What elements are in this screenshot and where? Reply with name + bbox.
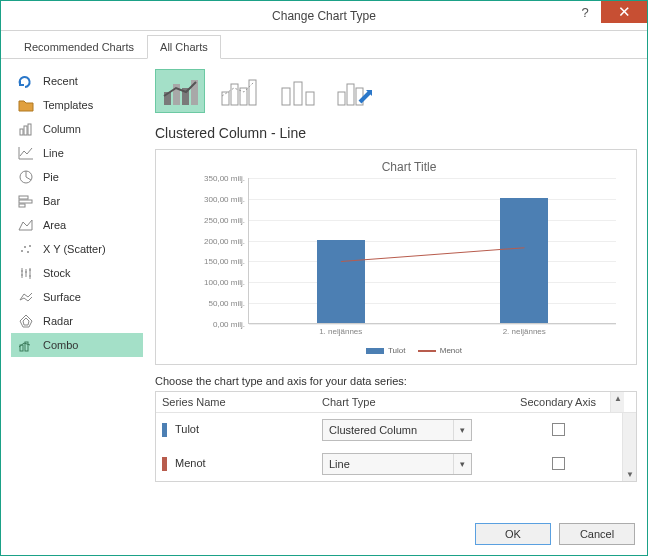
series-section-header: Choose the chart type and axis for your … <box>155 375 637 387</box>
chart-preview: Chart Title 0,00 milj.50,00 milj.100,00 … <box>155 149 637 365</box>
sidebar-item-radar[interactable]: Radar <box>11 309 143 333</box>
sidebar-item-label: Area <box>43 219 66 231</box>
series-swatch <box>162 423 167 437</box>
scatter-icon <box>17 241 35 257</box>
sidebar-item-pie[interactable]: Pie <box>11 165 143 189</box>
help-button[interactable]: ? <box>569 1 601 23</box>
secondary-axis-checkbox[interactable] <box>552 457 565 470</box>
sidebar-item-label: Line <box>43 147 64 159</box>
sidebar-item-label: Templates <box>43 99 93 111</box>
area-icon <box>17 217 35 233</box>
change-chart-type-dialog: Change Chart Type ? ✕ Recommended Charts… <box>0 0 648 556</box>
sidebar-item-label: Combo <box>43 339 78 351</box>
line-icon <box>17 145 35 161</box>
chart-title: Chart Title <box>192 160 626 174</box>
chart-type-select[interactable]: Clustered Column▾ <box>322 419 472 441</box>
series-row: Menot Line▾ <box>156 447 622 481</box>
surface-icon <box>17 289 35 305</box>
sidebar-item-recent[interactable]: Recent <box>11 69 143 93</box>
sidebar-item-label: Stock <box>43 267 71 279</box>
chart-legend: Tulot Menot <box>192 346 626 355</box>
svg-point-8 <box>24 246 26 248</box>
svg-rect-4 <box>19 196 28 199</box>
sidebar-item-label: Surface <box>43 291 81 303</box>
sidebar-item-label: Column <box>43 123 81 135</box>
subtype-clustered-column-line[interactable] <box>155 69 205 113</box>
close-button[interactable]: ✕ <box>601 1 647 23</box>
svg-rect-0 <box>20 129 23 135</box>
svg-rect-1 <box>24 126 27 135</box>
sidebar-item-line[interactable]: Line <box>11 141 143 165</box>
recent-icon <box>17 73 35 89</box>
secondary-axis-checkbox[interactable] <box>552 423 565 436</box>
svg-rect-6 <box>19 204 25 207</box>
window-title: Change Chart Type <box>1 9 647 23</box>
subtype-stacked-area-column[interactable] <box>271 69 321 113</box>
radar-icon <box>17 313 35 329</box>
sidebar-item-area[interactable]: Area <box>11 213 143 237</box>
sidebar-item-combo[interactable]: Combo <box>11 333 143 357</box>
svg-point-9 <box>27 251 29 253</box>
col-header-chart-type: Chart Type <box>316 392 506 412</box>
sidebar-item-scatter[interactable]: X Y (Scatter) <box>11 237 143 261</box>
chevron-down-icon: ▾ <box>453 454 465 474</box>
bar-icon <box>17 193 35 209</box>
subtype-clustered-column-line-secondary[interactable] <box>213 69 263 113</box>
scroll-up-icon[interactable]: ▲ <box>614 394 622 403</box>
chart-plot-area: 0,00 milj.50,00 milj.100,00 milj.150,00 … <box>248 178 616 324</box>
templates-icon <box>17 97 35 113</box>
sidebar-item-label: Pie <box>43 171 59 183</box>
svg-point-7 <box>21 250 23 252</box>
sidebar-item-label: Bar <box>43 195 60 207</box>
sidebar-item-stock[interactable]: Stock <box>11 261 143 285</box>
tab-strip: Recommended Charts All Charts <box>1 31 647 59</box>
combo-subtype-row <box>155 69 637 113</box>
chart-type-select[interactable]: Line▾ <box>322 453 472 475</box>
chevron-down-icon: ▾ <box>453 420 465 440</box>
sidebar-item-label: Radar <box>43 315 73 327</box>
sidebar-item-templates[interactable]: Templates <box>11 93 143 117</box>
cancel-button[interactable]: Cancel <box>559 523 635 545</box>
stock-icon <box>17 265 35 281</box>
column-icon <box>17 121 35 137</box>
subtype-title: Clustered Column - Line <box>155 125 637 141</box>
col-header-secondary-axis: Secondary Axis <box>506 392 610 412</box>
chart-category-list: Recent Templates Column Line Pie Bar <box>11 69 143 509</box>
sidebar-item-column[interactable]: Column <box>11 117 143 141</box>
tab-all-charts[interactable]: All Charts <box>147 35 221 59</box>
tab-recommended-charts[interactable]: Recommended Charts <box>11 35 147 59</box>
svg-rect-22 <box>294 82 302 105</box>
combo-icon <box>17 337 35 353</box>
sidebar-item-bar[interactable]: Bar <box>11 189 143 213</box>
legend-swatch-menot <box>418 350 436 352</box>
scroll-down-icon[interactable]: ▼ <box>626 470 634 479</box>
svg-rect-2 <box>28 124 31 135</box>
svg-rect-24 <box>338 92 345 105</box>
sidebar-item-label: Recent <box>43 75 78 87</box>
svg-rect-18 <box>231 84 238 105</box>
svg-rect-21 <box>282 88 290 105</box>
svg-rect-25 <box>347 84 354 105</box>
sidebar-item-label: X Y (Scatter) <box>43 243 106 255</box>
subtype-custom-combo[interactable] <box>329 69 379 113</box>
series-swatch <box>162 457 167 471</box>
pie-icon <box>17 169 35 185</box>
legend-swatch-tulot <box>366 348 384 354</box>
ok-button[interactable]: OK <box>475 523 551 545</box>
sidebar-item-surface[interactable]: Surface <box>11 285 143 309</box>
svg-rect-23 <box>306 92 314 105</box>
titlebar: Change Chart Type ? ✕ <box>1 1 647 31</box>
svg-rect-5 <box>19 200 32 203</box>
col-header-series-name: Series Name <box>156 392 316 412</box>
series-row: Tulot Clustered Column▾ <box>156 413 622 447</box>
svg-point-10 <box>29 245 31 247</box>
series-table: Series Name Chart Type Secondary Axis ▲ … <box>155 391 637 482</box>
